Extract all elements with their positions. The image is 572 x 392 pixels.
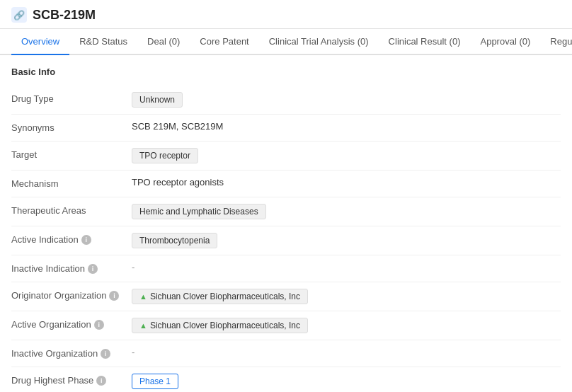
info-icon[interactable]: i bbox=[81, 235, 91, 245]
org-name: Sichuan Clover Biopharmaceuticals, Inc bbox=[150, 321, 300, 330]
table-row: Drug TypeUnknown bbox=[11, 86, 561, 115]
tab-regulation[interactable]: Regulation (0) bbox=[540, 29, 572, 55]
row-label: Mechanism bbox=[11, 177, 132, 189]
row-label: Target bbox=[11, 148, 132, 160]
tab-core-patent[interactable]: Core Patent bbox=[190, 29, 258, 55]
row-value: - bbox=[132, 262, 561, 272]
info-icon[interactable]: i bbox=[96, 376, 106, 386]
dash-value: - bbox=[132, 262, 135, 272]
info-table: Drug TypeUnknownSynonymsSCB 219M, SCB219… bbox=[11, 86, 561, 392]
row-value: ▲Sichuan Clover Biopharmaceuticals, Inc bbox=[132, 318, 561, 333]
badge: Hemic and Lymphatic Diseases bbox=[132, 204, 266, 219]
section-title: Basic Info bbox=[11, 67, 561, 77]
row-label: Drug Type bbox=[11, 92, 132, 104]
plain-value: TPO receptor agonists bbox=[132, 177, 224, 188]
info-icon[interactable]: i bbox=[101, 349, 110, 359]
table-row: Therapeutic AreasHemic and Lymphatic Dis… bbox=[11, 197, 561, 226]
info-icon[interactable]: i bbox=[94, 320, 104, 330]
row-label: Originator Organizationi bbox=[11, 289, 132, 301]
tab-deal[interactable]: Deal (0) bbox=[137, 29, 190, 55]
row-label: Inactive Organizationi bbox=[11, 347, 132, 359]
phase-badge: Phase 1 bbox=[132, 374, 178, 389]
row-value: - bbox=[132, 347, 561, 357]
dash-value: - bbox=[132, 347, 135, 357]
org-name: Sichuan Clover Biopharmaceuticals, Inc bbox=[150, 292, 300, 301]
tab-rd-status[interactable]: R&D Status bbox=[69, 29, 137, 55]
nav-tabs: OverviewR&D StatusDeal (0)Core PatentCli… bbox=[0, 29, 572, 55]
row-value: ▲Sichuan Clover Biopharmaceuticals, Inc bbox=[132, 289, 561, 304]
org-arrow-icon: ▲ bbox=[139, 292, 147, 301]
row-label: Active Organizationi bbox=[11, 318, 132, 330]
org-badge: ▲Sichuan Clover Biopharmaceuticals, Inc bbox=[132, 318, 308, 333]
table-row: Active Organizationi▲Sichuan Clover Biop… bbox=[11, 311, 561, 340]
table-row: TargetTPO receptor bbox=[11, 142, 561, 171]
table-row: Inactive Organizationi- bbox=[11, 340, 561, 367]
row-label: Therapeutic Areas bbox=[11, 204, 132, 216]
org-arrow-icon: ▲ bbox=[139, 321, 147, 330]
info-icon[interactable]: i bbox=[109, 291, 119, 301]
row-label: Active Indicationi bbox=[11, 233, 132, 245]
row-value: Phase 1 bbox=[132, 374, 561, 389]
row-label: Drug Highest Phasei bbox=[11, 374, 132, 386]
row-label: Synonyms bbox=[11, 121, 132, 133]
table-row: Originator Organizationi▲Sichuan Clover … bbox=[11, 282, 561, 311]
row-value: Hemic and Lymphatic Diseases bbox=[132, 204, 561, 219]
plain-value: SCB 219M, SCB219M bbox=[132, 121, 223, 132]
row-value: SCB 219M, SCB219M bbox=[132, 121, 561, 132]
table-row: Inactive Indicationi- bbox=[11, 255, 561, 282]
info-icon[interactable]: i bbox=[88, 264, 98, 274]
row-value: TPO receptor agonists bbox=[132, 177, 561, 188]
table-row: MechanismTPO receptor agonists bbox=[11, 171, 561, 197]
badge: TPO receptor bbox=[132, 148, 198, 163]
table-row: Active IndicationiThrombocytopenia bbox=[11, 226, 561, 255]
tab-overview[interactable]: Overview bbox=[11, 29, 69, 55]
page-header: 🔗 SCB-219M bbox=[0, 0, 572, 29]
badge: Thrombocytopenia bbox=[132, 233, 217, 248]
row-label: Inactive Indicationi bbox=[11, 262, 132, 274]
tab-approval[interactable]: Approval (0) bbox=[470, 29, 540, 55]
row-value: Thrombocytopenia bbox=[132, 233, 561, 248]
table-row: Drug Highest PhaseiPhase 1 bbox=[11, 367, 561, 392]
tab-clinical-result[interactable]: Clinical Result (0) bbox=[379, 29, 471, 55]
drug-icon: 🔗 bbox=[11, 7, 27, 23]
org-badge: ▲Sichuan Clover Biopharmaceuticals, Inc bbox=[132, 289, 308, 304]
row-value: TPO receptor bbox=[132, 148, 561, 163]
badge: Unknown bbox=[132, 92, 183, 108]
row-value: Unknown bbox=[132, 92, 561, 108]
main-content: Basic Info Drug TypeUnknownSynonymsSCB 2… bbox=[0, 55, 572, 392]
page-title: SCB-219M bbox=[33, 8, 96, 23]
tab-clinical-trial[interactable]: Clinical Trial Analysis (0) bbox=[259, 29, 379, 55]
table-row: SynonymsSCB 219M, SCB219M bbox=[11, 115, 561, 142]
